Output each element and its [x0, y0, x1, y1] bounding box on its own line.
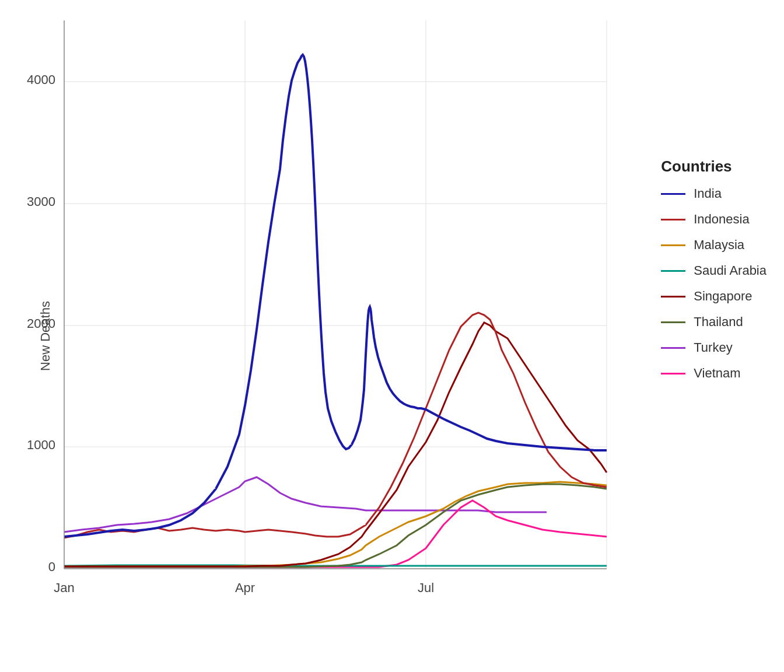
legend-item-thailand: Thailand: [661, 314, 766, 330]
legend-title: Countries: [661, 158, 766, 176]
vietnam-legend-label: Vietnam: [694, 366, 740, 381]
saudi-arabia-legend-label: Saudi Arabia: [694, 263, 766, 278]
india-legend-line: [661, 193, 685, 195]
x-tick-jan: Jan: [54, 580, 74, 595]
indonesia-legend-label: Indonesia: [694, 212, 749, 227]
plot-bg: [64, 20, 607, 569]
chart-inner: New Deaths 0: [0, 0, 784, 672]
y-tick-2000: 2000: [27, 316, 55, 331]
singapore-legend-label: Singapore: [694, 289, 752, 304]
saudi-arabia-legend-line: [661, 270, 685, 272]
turkey-legend-label: Turkey: [694, 340, 732, 355]
legend-item-malaysia: Malaysia: [661, 237, 766, 253]
legend-item-vietnam: Vietnam: [661, 366, 766, 381]
y-tick-3000: 3000: [27, 194, 55, 209]
indonesia-legend-line: [661, 219, 685, 220]
malaysia-legend-label: Malaysia: [694, 237, 744, 253]
y-tick-1000: 1000: [27, 438, 55, 452]
turkey-legend-line: [661, 347, 685, 349]
x-tick-apr: Apr: [235, 580, 255, 595]
legend-item-turkey: Turkey: [661, 340, 766, 355]
legend: Countries India Indonesia Malaysia Saudi…: [661, 158, 766, 391]
legend-item-india: India: [661, 186, 766, 201]
y-tick-0: 0: [48, 559, 55, 574]
legend-item-saudi-arabia: Saudi Arabia: [661, 263, 766, 278]
thailand-legend-label: Thailand: [694, 314, 743, 330]
y-tick-4000: 4000: [27, 72, 55, 87]
vietnam-legend-line: [661, 373, 685, 374]
thailand-legend-line: [661, 321, 685, 323]
legend-item-singapore: Singapore: [661, 289, 766, 304]
x-tick-jul: Jul: [418, 580, 434, 595]
india-legend-label: India: [694, 186, 722, 201]
legend-item-indonesia: Indonesia: [661, 212, 766, 227]
singapore-legend-line: [661, 296, 685, 298]
chart-container: New Deaths 0: [0, 0, 784, 672]
malaysia-legend-line: [661, 244, 685, 246]
